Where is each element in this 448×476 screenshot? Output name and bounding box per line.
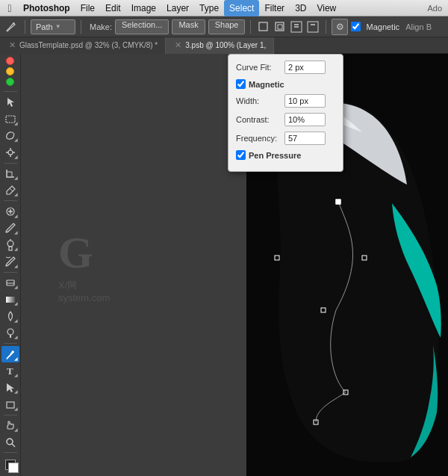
tab-label-2: 3.psb @ 100% (Layer 1,	[185, 41, 266, 49]
eyedropper-tool[interactable]: ◢	[1, 182, 19, 198]
tab-glass-template[interactable]: ✕ GlassTemplate.psd @ 32% (3, CMYK/8) *	[0, 37, 166, 54]
pen-tool-icon	[3, 19, 19, 35]
pen-tool-box[interactable]: ◢	[1, 346, 19, 362]
canvas-area[interactable]: G X/网 system.com	[21, 54, 448, 476]
menu-select[interactable]: Select	[224, 0, 259, 16]
tool-separator-5	[4, 415, 17, 415]
magnetic-checkbox[interactable]	[351, 22, 361, 31]
traffic-light-green[interactable]	[6, 78, 14, 86]
menu-bar:  Photoshop File Edit Image Layer Type S…	[0, 0, 448, 16]
dodge-tool[interactable]: ◢	[1, 325, 19, 341]
traffic-light-yellow[interactable]	[6, 67, 14, 75]
watermark: G X/网 system.com	[58, 227, 110, 303]
separator-3	[250, 20, 251, 34]
separator-4	[326, 20, 326, 34]
menu-3d[interactable]: 3D	[290, 0, 311, 16]
svg-marker-29	[7, 383, 14, 392]
hand-tool[interactable]: ◢	[1, 418, 19, 433]
traffic-light-red[interactable]	[6, 57, 14, 65]
svg-text:T: T	[7, 365, 13, 377]
magnetic-checkbox-area[interactable]: Magnetic	[351, 22, 399, 31]
svg-rect-7	[308, 22, 318, 32]
tab-3psb[interactable]: ✕ 3.psb @ 100% (Layer 1,	[166, 37, 274, 54]
healing-tool[interactable]: ◢	[1, 203, 19, 219]
watermark-line1: X/网	[58, 279, 77, 292]
svg-rect-22	[9, 247, 12, 250]
distribute-icon[interactable]	[305, 19, 320, 34]
width-row: Width:	[236, 94, 335, 108]
magic-wand-tool[interactable]: ◢	[1, 144, 19, 160]
path-add-icon[interactable]	[273, 19, 287, 34]
tool-separator-0	[4, 91, 17, 92]
options-bar: Path ▼ Make: Selection... Mask Shape ⚙ M…	[0, 16, 448, 37]
frequency-row: Frequency:	[236, 132, 335, 145]
align-b-label: Align B	[405, 22, 432, 31]
svg-point-31	[7, 439, 13, 445]
pen-pressure-checkbox[interactable]	[236, 150, 246, 160]
watermark-line2: system.com	[58, 292, 110, 303]
svg-line-32	[12, 444, 15, 447]
tab-close-icon-2[interactable]: ✕	[173, 41, 182, 50]
tab-label-1: GlassTemplate.psd @ 32% (3, CMYK/8) *	[19, 41, 158, 49]
align-icon[interactable]	[289, 19, 304, 34]
lasso-tool[interactable]: ◢	[1, 128, 19, 143]
frequency-input[interactable]	[284, 132, 326, 145]
tool-separator-4	[4, 343, 17, 344]
make-selection-button[interactable]: Selection...	[115, 19, 169, 34]
gradient-tool[interactable]: ◢	[1, 291, 19, 307]
type-tool[interactable]: T ◢	[1, 363, 19, 379]
magnetic-check-row: Magnetic	[236, 79, 335, 89]
tool-separator-2	[4, 200, 17, 201]
svg-point-0	[13, 22, 15, 25]
eraser-tool[interactable]: ◢	[1, 275, 19, 291]
separator-1	[25, 20, 25, 34]
menu-view[interactable]: View	[311, 0, 341, 16]
svg-point-15	[8, 150, 13, 155]
curve-fit-label: Curve Fit:	[236, 63, 284, 72]
svg-line-16	[10, 188, 13, 191]
curve-fit-row: Curve Fit:	[236, 61, 335, 74]
zoom-tool[interactable]	[1, 434, 19, 450]
menu-file[interactable]: File	[75, 0, 100, 16]
menu-type[interactable]: Type	[194, 0, 224, 16]
toolbox: ◢ ◢ ◢ ◢ ◢ ◢ ◢	[0, 54, 21, 476]
brush-tool[interactable]: ◢	[1, 220, 19, 236]
apple-logo-icon[interactable]: 	[3, 0, 16, 16]
svg-point-26	[7, 329, 13, 335]
path-mode-dropdown[interactable]: Path ▼	[31, 19, 75, 34]
magnetic-options-popup: Curve Fit: Magnetic Width: Contrast: Fre…	[228, 54, 343, 172]
svg-rect-1	[259, 22, 267, 31]
crop-tool[interactable]: ◢	[1, 165, 19, 181]
svg-rect-3	[278, 25, 282, 29]
separator-2	[81, 20, 81, 34]
clone-stamp-tool[interactable]: ◢	[1, 237, 19, 253]
tab-close-icon-1[interactable]: ✕	[7, 41, 16, 50]
menu-layer[interactable]: Layer	[161, 0, 194, 16]
history-brush-tool[interactable]: ◢	[1, 253, 19, 269]
app-name-menu[interactable]: Photoshop	[18, 0, 75, 16]
move-tool[interactable]	[1, 94, 19, 110]
svg-point-20	[7, 241, 13, 247]
contrast-input[interactable]	[284, 113, 326, 126]
svg-rect-30	[7, 402, 14, 408]
magnetic-label: Magnetic	[366, 22, 399, 31]
blur-tool[interactable]: ◢	[1, 308, 19, 324]
shape-button[interactable]: Shape	[208, 19, 246, 34]
tool-separator-1	[4, 163, 17, 164]
make-label: Make:	[90, 22, 112, 31]
path-new-icon[interactable]	[256, 19, 271, 34]
fg-bg-colors[interactable]	[2, 457, 19, 472]
marquee-tool[interactable]: ◢	[1, 111, 19, 126]
menu-filter[interactable]: Filter	[259, 0, 290, 16]
magnetic-option-checkbox[interactable]	[236, 79, 246, 89]
gear-settings-button[interactable]: ⚙	[332, 19, 348, 35]
path-select-tool[interactable]: ◢	[1, 380, 19, 395]
width-input[interactable]	[284, 94, 326, 108]
contrast-row: Contrast:	[236, 113, 335, 126]
curve-fit-input[interactable]	[284, 61, 326, 74]
menu-edit[interactable]: Edit	[100, 0, 126, 16]
menu-image[interactable]: Image	[126, 0, 161, 16]
shape-tool[interactable]: ◢	[1, 396, 19, 412]
mask-button[interactable]: Mask	[172, 19, 205, 34]
tool-separator-3	[4, 272, 17, 273]
